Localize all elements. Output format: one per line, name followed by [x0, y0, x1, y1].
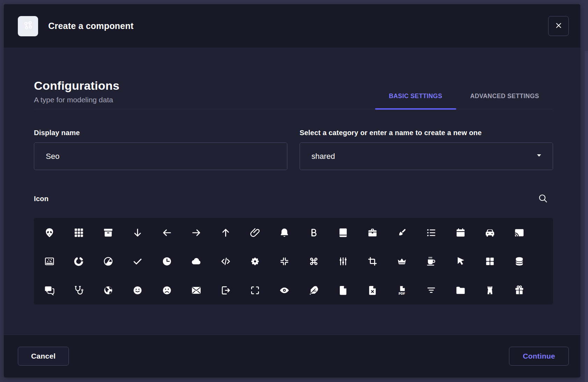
feather-icon: [308, 285, 319, 296]
icon-option-arrow-right[interactable]: [188, 225, 204, 240]
create-component-modal: Create a component Configurations A type…: [4, 4, 580, 377]
icon-option-car[interactable]: [482, 225, 497, 240]
icon-option-attachment[interactable]: [247, 225, 263, 240]
icon-option-chart-circle[interactable]: [71, 254, 86, 269]
brush-icon: [396, 227, 407, 238]
icon-option-file[interactable]: [335, 282, 351, 298]
continue-button[interactable]: Continue: [509, 347, 569, 366]
chart-circle-icon: [73, 256, 84, 267]
heading-block: Configurations A type for modeling data: [34, 79, 120, 109]
icon-option-chart-bubble[interactable]: [42, 254, 57, 269]
icon-option-gift[interactable]: [511, 282, 527, 298]
modal-header: Create a component: [4, 4, 580, 48]
arrow-right-icon: [191, 227, 202, 238]
gate-icon: [485, 285, 495, 296]
icon-option-cast[interactable]: [511, 225, 527, 240]
icon-option-bell[interactable]: [277, 225, 292, 240]
icon-option-crop[interactable]: [365, 254, 380, 269]
icon-option-cog[interactable]: [247, 254, 263, 269]
icon-option-apps[interactable]: [71, 225, 86, 240]
chevron-down-icon: [535, 152, 543, 161]
code-icon: [220, 256, 231, 267]
cancel-button[interactable]: Cancel: [18, 347, 69, 366]
file-pdf-icon: PDF: [396, 285, 407, 296]
database-icon: [514, 256, 525, 267]
category-field-group: Select a category or enter a name to cre…: [300, 129, 553, 170]
icon-option-emotion-unhappy[interactable]: [159, 282, 174, 298]
expand-icon: [250, 285, 260, 296]
icon-picker-header: Icon: [34, 192, 553, 205]
icon-option-arrow-left[interactable]: [159, 225, 174, 240]
icon-option-arrow-down[interactable]: [130, 225, 145, 240]
icon-option-dashboard[interactable]: [482, 254, 497, 269]
icon-option-arrow-up[interactable]: [218, 225, 233, 240]
icon-option-expand[interactable]: [247, 282, 263, 298]
cast-icon: [514, 227, 525, 238]
icon-option-connector[interactable]: [335, 254, 351, 269]
icon-option-calendar[interactable]: [453, 225, 468, 240]
icon-option-file-pdf[interactable]: PDF: [394, 282, 409, 298]
icon-option-eye[interactable]: [277, 282, 292, 298]
icon-option-cursor[interactable]: [453, 254, 468, 269]
doctor-icon: [73, 285, 84, 296]
icon-option-brush[interactable]: [394, 225, 409, 240]
connector-icon: [338, 256, 349, 267]
icon-option-archive[interactable]: [100, 225, 116, 240]
display-name-input[interactable]: [34, 142, 287, 170]
icon-option-code[interactable]: [218, 254, 233, 269]
page-behind-modal-edge: [585, 51, 588, 382]
search-icon: [538, 199, 548, 205]
discuss-icon: [44, 285, 55, 296]
book-icon: [338, 227, 349, 238]
icon-option-book[interactable]: [335, 225, 351, 240]
icon-option-alien[interactable]: [42, 225, 57, 240]
check-icon: [132, 256, 143, 267]
category-select[interactable]: shared: [300, 142, 553, 170]
collapse-icon: [279, 256, 290, 267]
emotion-happy-icon: [132, 285, 143, 296]
gift-icon: [514, 285, 525, 296]
icon-option-discuss[interactable]: [42, 282, 57, 298]
cursor-icon: [455, 256, 466, 267]
form-row: Display name Select a category or enter …: [34, 129, 553, 170]
icon-option-earth[interactable]: [100, 282, 116, 298]
icon-option-clock[interactable]: [159, 254, 174, 269]
settings-tabs: BASIC SETTINGS ADVANCED SETTINGS: [375, 93, 553, 109]
icon-option-cloud[interactable]: [188, 254, 204, 269]
icon-grid: PDF: [34, 218, 553, 304]
icon-option-check[interactable]: [130, 254, 145, 269]
icon-option-gate[interactable]: [482, 282, 497, 298]
icon-option-feather[interactable]: [306, 282, 321, 298]
crown-icon: [396, 256, 407, 267]
close-button[interactable]: [548, 16, 569, 36]
tab-advanced-settings[interactable]: ADVANCED SETTINGS: [456, 93, 553, 109]
icon-option-crown[interactable]: [394, 254, 409, 269]
icon-option-collapse[interactable]: [277, 254, 292, 269]
icon-option-envelop[interactable]: [188, 282, 204, 298]
earth-icon: [103, 285, 114, 296]
icon-option-file-error[interactable]: [365, 282, 380, 298]
icon-option-folder[interactable]: [453, 282, 468, 298]
icon-option-filter[interactable]: [423, 282, 439, 298]
icon-option-doctor[interactable]: [71, 282, 86, 298]
component-icon-badge: [18, 16, 38, 36]
icon-option-cup[interactable]: [423, 254, 439, 269]
icon-option-chart-pie[interactable]: [100, 254, 116, 269]
icon-option-bold[interactable]: [306, 225, 321, 240]
cloud-icon: [191, 256, 202, 267]
display-name-field-group: Display name: [34, 129, 287, 170]
icon-option-bullet-list[interactable]: [423, 225, 439, 240]
calendar-icon: [455, 227, 466, 238]
folder-icon: [455, 285, 466, 296]
icon-option-briefcase[interactable]: [365, 225, 380, 240]
icon-option-database[interactable]: [511, 254, 527, 269]
file-error-icon: [367, 285, 378, 296]
command-icon: [308, 256, 319, 267]
tab-basic-settings[interactable]: BASIC SETTINGS: [375, 93, 456, 109]
icon-option-exit[interactable]: [218, 282, 233, 298]
icon-search-button[interactable]: [537, 192, 549, 205]
eye-icon: [279, 285, 290, 296]
icon-option-emotion-happy[interactable]: [130, 282, 145, 298]
icon-label: Icon: [34, 195, 49, 203]
icon-option-command[interactable]: [306, 254, 321, 269]
